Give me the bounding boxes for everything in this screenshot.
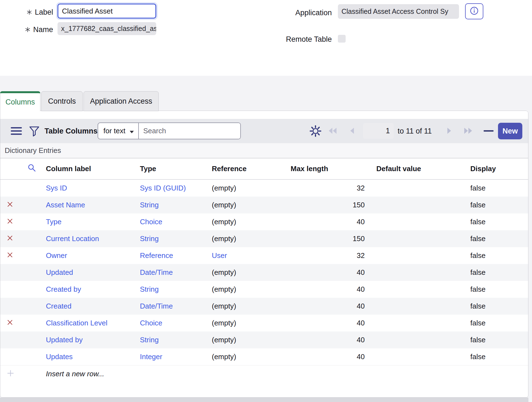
insert-row-plus-icon[interactable] [7, 370, 14, 378]
next-page-icon[interactable] [447, 128, 451, 135]
table-rows: Sys IDSys ID (GUID)(empty)32falseAsset N… [0, 180, 528, 365]
delete-cell[interactable] [0, 234, 46, 243]
reference-cell: (empty) [212, 184, 291, 192]
header-max-length[interactable]: Max length [291, 165, 365, 173]
max-length-value: 40 [291, 353, 365, 361]
chevron-down-icon [130, 127, 134, 135]
table-row: Created byString(empty)40false [0, 281, 528, 298]
header-column-label[interactable]: Column label [46, 165, 140, 173]
column-label-cell: Updates [46, 353, 140, 361]
column-label-link[interactable]: Type [46, 218, 61, 226]
table-row: Classification LevelChoice(empty)40false [0, 315, 528, 331]
column-label-link[interactable]: Updated by [46, 336, 83, 344]
search-icon [27, 163, 36, 174]
delete-cell[interactable] [0, 218, 46, 226]
gear-icon[interactable] [309, 125, 322, 138]
tab-controls[interactable]: Controls [41, 91, 83, 111]
table-row: Updated byString(empty)40false [0, 331, 528, 348]
list-menu-icon[interactable] [11, 127, 22, 136]
pagination-range-text: to 11 of 11 [398, 119, 432, 143]
column-label-cell: Type [46, 218, 140, 226]
application-field-label: Application [249, 8, 332, 17]
column-label-link[interactable]: Updated [46, 268, 73, 276]
info-icon [470, 6, 479, 16]
reference-link[interactable]: User [212, 251, 227, 260]
column-label-link[interactable]: Asset Name [46, 201, 85, 209]
reference-empty-value: (empty) [212, 353, 236, 361]
header-type[interactable]: Type [140, 165, 212, 173]
column-type-link[interactable]: String [140, 336, 159, 344]
delete-row-icon[interactable] [7, 251, 13, 260]
max-length-value: 40 [291, 218, 365, 226]
previous-page-icon[interactable] [350, 128, 354, 135]
reference-empty-value: (empty) [212, 302, 236, 310]
reference-cell: (empty) [212, 336, 291, 344]
new-button[interactable]: New [498, 123, 522, 139]
search-scope-select[interactable]: for text [98, 123, 139, 139]
insert-cell[interactable] [0, 370, 46, 378]
column-type-link[interactable]: Sys ID (GUID) [140, 184, 186, 192]
display-value: false [459, 285, 528, 294]
reference-cell: (empty) [212, 201, 291, 209]
column-label-link[interactable]: Created [46, 302, 72, 310]
header-search-cell[interactable] [0, 163, 46, 174]
table-row: CreatedDate/Time(empty)40false [0, 298, 528, 315]
tab-columns[interactable]: Columns [0, 91, 40, 111]
column-type-link[interactable]: Choice [140, 319, 162, 327]
insert-row-text[interactable]: Insert a new row... [46, 370, 140, 378]
reference-empty-value: (empty) [212, 268, 236, 276]
delete-cell[interactable] [0, 201, 46, 209]
search-input[interactable] [139, 123, 240, 139]
column-type-link[interactable]: Date/Time [140, 302, 173, 310]
display-value: false [459, 336, 528, 344]
tab-application-access[interactable]: Application Access [84, 91, 159, 111]
panel-top-spacer [0, 111, 528, 119]
first-page-icon[interactable] [329, 128, 337, 135]
column-type-cell: Choice [140, 218, 212, 226]
display-value: false [459, 319, 528, 327]
header-reference[interactable]: Reference [212, 165, 291, 173]
table-header-row: Column label Type Reference Max length D… [0, 158, 528, 180]
filter-icon[interactable] [29, 126, 40, 138]
section-title: Dictionary Entries [0, 143, 528, 158]
collapse-list-icon[interactable] [484, 130, 494, 132]
column-type-link[interactable]: String [140, 234, 159, 243]
column-label-cell: Updated by [46, 336, 140, 344]
column-label-link[interactable]: Owner [46, 251, 67, 260]
column-label-link[interactable]: Sys ID [46, 184, 67, 192]
column-type-cell: Date/Time [140, 268, 212, 277]
delete-row-icon[interactable] [7, 234, 13, 243]
column-label-cell: Owner [46, 251, 140, 260]
column-type-link[interactable]: Choice [140, 218, 162, 226]
remote-table-checkbox[interactable] [338, 35, 346, 43]
column-label-cell: Updated [46, 268, 140, 277]
label-input[interactable] [58, 4, 156, 19]
column-label-link[interactable]: Classification Level [46, 319, 108, 327]
pagination-row-input[interactable] [363, 123, 394, 139]
delete-cell[interactable] [0, 251, 46, 260]
column-label-link[interactable]: Updates [46, 353, 73, 361]
column-type-cell: Integer [140, 353, 212, 361]
header-display[interactable]: Display [459, 165, 528, 173]
column-type-link[interactable]: Reference [140, 251, 173, 260]
max-length-value: 150 [291, 234, 365, 243]
column-type-link[interactable]: String [140, 285, 159, 293]
column-type-link[interactable]: Date/Time [140, 268, 173, 276]
max-length-value: 40 [291, 285, 365, 294]
column-label-link[interactable]: Current Location [46, 234, 99, 243]
display-value: false [459, 218, 528, 226]
column-label-link[interactable]: Created by [46, 285, 81, 293]
reference-cell: User [212, 251, 291, 260]
display-value: false [459, 268, 528, 277]
display-value: false [459, 302, 528, 310]
column-type-link[interactable]: String [140, 201, 159, 209]
column-type-link[interactable]: Integer [140, 353, 162, 361]
reference-empty-value: (empty) [212, 184, 236, 192]
delete-cell[interactable] [0, 319, 46, 327]
delete-row-icon[interactable] [7, 218, 13, 226]
delete-row-icon[interactable] [7, 319, 13, 327]
header-default-value[interactable]: Default value [365, 165, 459, 173]
application-info-button[interactable] [465, 3, 483, 19]
last-page-icon[interactable] [464, 128, 472, 135]
delete-row-icon[interactable] [7, 201, 13, 209]
